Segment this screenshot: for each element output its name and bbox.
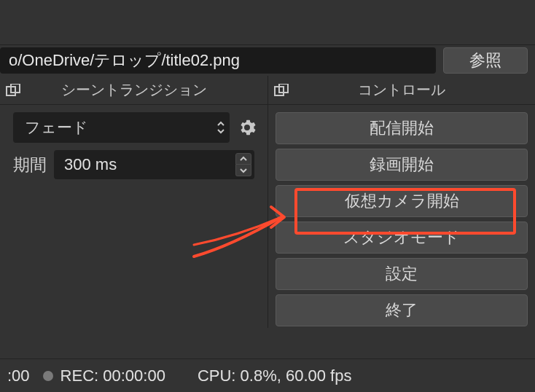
controls-list: 配信開始 録画開始 仮想カメラ開始 スタジオモード 設定 終了 — [268, 105, 535, 326]
status-rec-value: REC: 00:00:00 — [60, 366, 165, 385]
popout-icon[interactable] — [274, 84, 289, 97]
start-recording-button[interactable]: 録画開始 — [276, 149, 528, 181]
studio-mode-button[interactable]: スタジオモード — [276, 222, 528, 254]
status-cpu-value: CPU: 0.8%, 60.00 fps — [198, 366, 352, 385]
file-path-row: o/OneDrive/テロップ/title02.png 参照 — [0, 45, 535, 76]
status-cpu: CPU: 0.8%, 60.00 fps — [198, 366, 352, 385]
status-bar: :00 REC: 00:00:00 CPU: 0.8%, 60.00 fps — [0, 358, 535, 392]
status-time-value: :00 — [7, 366, 30, 385]
controls-title: コントロール — [358, 80, 445, 100]
duration-value: 300 ms — [64, 155, 117, 174]
scene-transitions-header: シーントランジション — [0, 76, 268, 105]
gear-icon — [238, 119, 256, 136]
rec-indicator-icon — [43, 371, 53, 381]
status-time: :00 REC: 00:00:00 — [7, 366, 165, 385]
duration-spinner — [235, 153, 251, 176]
duration-input[interactable]: 300 ms — [54, 150, 254, 179]
exit-button[interactable]: 終了 — [276, 294, 528, 326]
controls-header: コントロール — [268, 76, 535, 105]
select-chevrons-icon — [216, 121, 225, 134]
scene-transitions-title: シーントランジション — [61, 80, 207, 100]
duration-spin-up[interactable] — [235, 153, 251, 165]
controls-panel: コントロール 配信開始 録画開始 仮想カメラ開始 スタジオモード 設定 終了 — [268, 76, 535, 328]
transition-select-value: フェード — [25, 117, 88, 138]
popout-icon[interactable] — [6, 84, 20, 97]
duration-spin-down[interactable] — [235, 165, 251, 176]
dock-panels: シーントランジション フェード 期間 300 ms — [0, 76, 535, 328]
transition-select-row: フェード — [0, 105, 268, 146]
top-area — [0, 0, 535, 45]
transition-select[interactable]: フェード — [13, 112, 230, 143]
file-path-input[interactable]: o/OneDrive/テロップ/title02.png — [0, 47, 436, 74]
chevron-down-icon — [239, 168, 248, 173]
scene-transitions-panel: シーントランジション フェード 期間 300 ms — [0, 76, 268, 328]
transition-duration-row: 期間 300 ms — [0, 146, 268, 179]
start-virtual-camera-button[interactable]: 仮想カメラ開始 — [276, 185, 528, 217]
transition-settings-button[interactable] — [235, 116, 259, 139]
settings-button[interactable]: 設定 — [276, 258, 528, 290]
chevron-up-icon — [239, 156, 248, 162]
duration-label: 期間 — [13, 154, 47, 176]
browse-button[interactable]: 参照 — [443, 47, 528, 74]
start-streaming-button[interactable]: 配信開始 — [276, 112, 528, 144]
